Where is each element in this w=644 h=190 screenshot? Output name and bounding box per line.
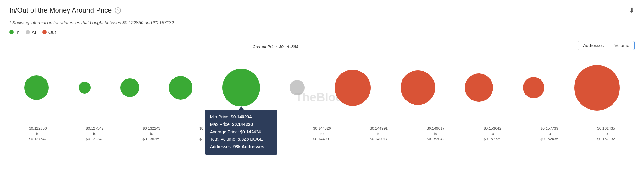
legend-label-at: At [32, 30, 36, 35]
download-button[interactable]: ⬇ [629, 6, 635, 14]
tooltip-addresses: Addresses: 98k Addresses [210, 144, 264, 149]
bubble-b9[interactable] [465, 73, 493, 102]
x-labels: $0.122850to$0.127547$0.127547to$0.132243… [9, 126, 635, 142]
bubble-col: Min Price: $0.140294 Max Price: $0.14432… [222, 69, 260, 106]
bubble-col [169, 76, 192, 100]
bubble-col [24, 75, 49, 100]
bubble-b8[interactable] [401, 70, 435, 105]
help-icon[interactable]: ? [115, 7, 121, 14]
x-label-3: $0.136269to$0.140294 [199, 126, 217, 142]
x-label-10: $0.162435to$0.167132 [597, 126, 615, 142]
tooltip-min-price: Min Price: $0.140294 [210, 114, 252, 119]
bubble-b7[interactable] [335, 70, 371, 106]
bubble-col [574, 65, 620, 111]
x-label-5: $0.144320to$0.144991 [313, 126, 331, 142]
chart-area: TheBlock Min Price: $0.140294 Max Price:… [9, 53, 635, 142]
x-label-6: $0.144991to$0.149017 [370, 126, 388, 142]
bubble-col [401, 70, 435, 105]
bubbles-row: Min Price: $0.140294 Max Price: $0.14432… [9, 53, 635, 122]
bubble-b3[interactable] [120, 78, 139, 97]
in-dot [9, 30, 14, 34]
subtitle: * Showing information for addresses that… [9, 20, 635, 25]
bubble-col [290, 80, 305, 95]
legend-item-in: In [9, 30, 19, 35]
bubble-b6[interactable] [290, 80, 305, 95]
x-label-9: $0.157739to$0.162435 [540, 126, 558, 142]
page-container: In/Out of the Money Around Price ? ⬇ * S… [0, 0, 644, 148]
bubble-col [465, 73, 493, 102]
tooltip-arrow [239, 106, 244, 110]
volume-toggle-btn[interactable]: Volume [609, 41, 635, 50]
legend-item-out: Out [42, 30, 56, 35]
bubble-b1[interactable] [24, 75, 49, 100]
legend: In At Out [9, 30, 635, 35]
x-label-4: $0.140294to$0.144320 [256, 126, 274, 142]
addresses-toggle-btn[interactable]: Addresses [578, 41, 609, 50]
x-label-2: $0.132243to$0.136269 [142, 126, 160, 142]
bubble-b10[interactable] [523, 77, 544, 98]
title-area: In/Out of the Money Around Price ? [9, 6, 121, 14]
x-label-0: $0.122850to$0.127547 [29, 126, 47, 142]
bubble-b11[interactable] [574, 65, 620, 111]
header-row: In/Out of the Money Around Price ? ⬇ [9, 6, 635, 14]
x-label-7: $0.149017to$0.153042 [427, 126, 445, 142]
legend-item-at: At [26, 30, 36, 35]
bubble-b4[interactable] [169, 76, 192, 100]
bubble-b5[interactable] [222, 69, 260, 106]
page-title: In/Out of the Money Around Price [9, 6, 112, 14]
toggle-row: Addresses Volume [9, 41, 635, 50]
bubble-col [523, 77, 544, 98]
bubble-col [120, 78, 139, 97]
x-label-1: $0.127547to$0.132243 [86, 126, 104, 142]
bubble-col [335, 70, 371, 106]
bubble-col [79, 82, 91, 94]
at-dot [26, 30, 30, 34]
legend-label-in: In [15, 30, 19, 35]
x-label-8: $0.153042to$0.157739 [484, 126, 502, 142]
legend-label-out: Out [48, 30, 56, 35]
out-dot [42, 30, 47, 34]
bubble-b2[interactable] [79, 82, 91, 94]
